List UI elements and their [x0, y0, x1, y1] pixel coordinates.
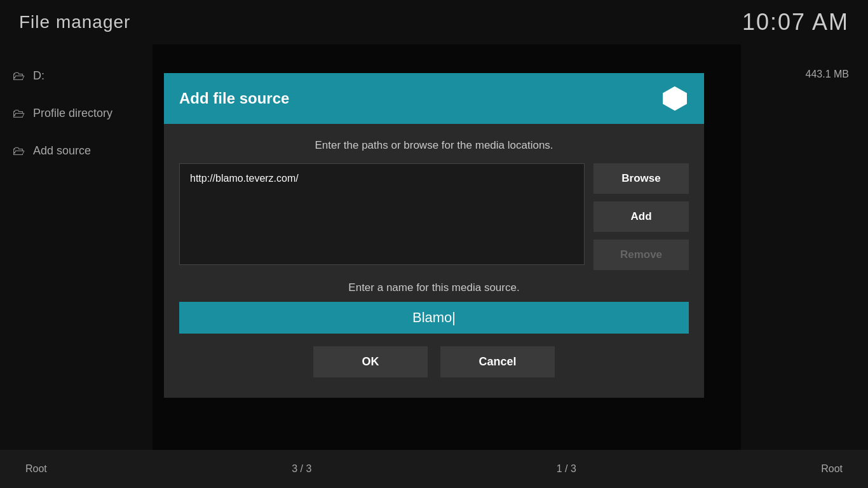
path-textarea[interactable]	[179, 163, 585, 265]
ok-button[interactable]: OK	[313, 346, 428, 377]
kodi-logo-icon: K	[661, 85, 689, 112]
sidebar-item-d-drive[interactable]: 🗁 D:	[0, 57, 153, 95]
cancel-button[interactable]: Cancel	[440, 346, 555, 377]
remove-button[interactable]: Remove	[593, 240, 689, 270]
footer-left-pagination: 3 / 3	[292, 463, 311, 475]
folder-icon: 🗁	[13, 144, 25, 158]
sidebar-item-label: D:	[33, 69, 44, 83]
dialog-title: Add file source	[179, 90, 289, 107]
svg-text:K: K	[672, 93, 678, 104]
sidebar-item-label: Profile directory	[33, 107, 112, 120]
footer-right-pagination: 1 / 3	[557, 463, 576, 475]
name-instruction: Enter a name for this media source.	[179, 281, 689, 294]
dialog-header: Add file source K	[164, 73, 704, 124]
paths-instruction: Enter the paths or browse for the media …	[179, 139, 689, 152]
dialog-footer: OK Cancel	[179, 346, 689, 383]
footer: Root 3 / 3 1 / 3 Root	[0, 450, 868, 488]
clock: 10:07 AM	[742, 9, 849, 36]
browse-button[interactable]: Browse	[593, 163, 689, 194]
add-button[interactable]: Add	[593, 201, 689, 232]
path-row: Browse Add Remove	[179, 163, 689, 270]
folder-icon: 🗁	[13, 106, 25, 121]
footer-right-label: Root	[821, 463, 843, 475]
add-file-source-dialog: Add file source K Enter the paths or bro…	[164, 73, 704, 398]
sidebar-item-profile-directory[interactable]: 🗁 Profile directory	[0, 95, 153, 132]
name-input[interactable]	[179, 302, 689, 334]
sidebar-item-label: Add source	[33, 144, 91, 158]
footer-left-label: Root	[25, 463, 47, 475]
dialog-body: Enter the paths or browse for the media …	[164, 124, 704, 398]
right-panel: 443.1 MB	[741, 44, 868, 450]
folder-icon: 🗁	[13, 69, 25, 83]
header: File manager 10:07 AM	[0, 0, 868, 44]
file-size: 443.1 MB	[806, 69, 849, 80]
sidebar: 🗁 D: 🗁 Profile directory 🗁 Add source	[0, 44, 153, 450]
app-title: File manager	[19, 12, 130, 32]
path-buttons: Browse Add Remove	[593, 163, 689, 270]
sidebar-item-add-source[interactable]: 🗁 Add source	[0, 132, 153, 170]
